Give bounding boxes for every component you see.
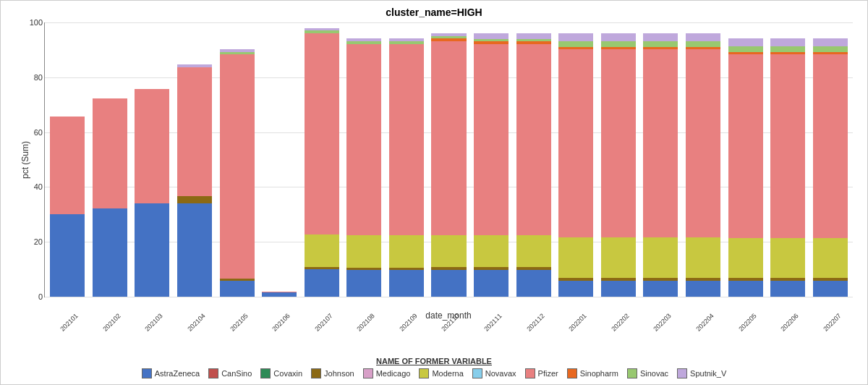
bar-group: 202201 bbox=[555, 22, 597, 297]
x-axis-label: date_month bbox=[44, 310, 853, 321]
bar-segment bbox=[686, 237, 720, 278]
bar-group: 202204 bbox=[682, 22, 725, 297]
bar-stack bbox=[474, 28, 509, 297]
bar-segment bbox=[558, 281, 593, 297]
legend-item: AstraZeneca bbox=[142, 368, 200, 378]
legend-item: Sputnik_V bbox=[677, 368, 726, 378]
bar-stack bbox=[643, 28, 678, 297]
bar-segment bbox=[770, 238, 805, 278]
bar-segment bbox=[686, 281, 720, 297]
legend: NAME OF FORMER VARIABLE AstraZenecaCanSi… bbox=[1, 357, 867, 378]
bar-group: 202104 bbox=[174, 22, 216, 297]
y-tick-label: 80 bbox=[34, 73, 43, 82]
legend-item: Medicago bbox=[363, 368, 411, 378]
bar-segment bbox=[516, 235, 551, 268]
bar-group: 202109 bbox=[386, 22, 428, 297]
bar-stack bbox=[305, 25, 339, 297]
y-tick-label: 40 bbox=[34, 182, 43, 191]
bar-segment bbox=[346, 44, 381, 236]
legend-item: Sinopharm bbox=[567, 368, 618, 378]
bar-stack bbox=[770, 30, 805, 297]
bar-segment bbox=[643, 281, 678, 297]
bar-segment bbox=[177, 196, 212, 203]
bar-segment bbox=[813, 38, 848, 46]
bar-stack bbox=[177, 44, 212, 297]
bar-segment bbox=[686, 41, 720, 46]
bar-segment bbox=[50, 117, 85, 214]
legend-item: Sinovac bbox=[627, 368, 668, 378]
chart-container: cluster_name=HIGH pct (Sum) 202101202102… bbox=[0, 0, 868, 385]
bar-segment bbox=[431, 235, 466, 268]
bar-group: 202103 bbox=[131, 22, 174, 297]
legend-label: Moderna bbox=[432, 369, 463, 378]
bar-segment bbox=[220, 281, 255, 297]
bar-segment bbox=[770, 54, 805, 238]
bar-segment bbox=[305, 269, 339, 297]
legend-swatch bbox=[142, 368, 152, 378]
y-tick-label: 0 bbox=[38, 292, 43, 301]
bar-segment bbox=[643, 33, 678, 41]
bar-segment bbox=[431, 41, 466, 234]
bar-segment bbox=[474, 235, 509, 268]
legend-swatch bbox=[363, 368, 373, 378]
legend-label: Johnson bbox=[324, 369, 354, 378]
bar-stack bbox=[601, 28, 636, 297]
bar-segment bbox=[813, 281, 848, 297]
bar-segment bbox=[305, 234, 339, 267]
legend-swatch bbox=[419, 368, 429, 378]
bar-segment bbox=[813, 54, 848, 238]
bar-segment bbox=[601, 33, 636, 41]
legend-label: AstraZeneca bbox=[155, 369, 200, 378]
bar-group: 202106 bbox=[258, 22, 301, 297]
bar-segment bbox=[389, 235, 424, 267]
bar-segment bbox=[389, 44, 424, 236]
bar-group: 202107 bbox=[300, 22, 343, 297]
legend-swatch bbox=[525, 368, 535, 378]
bar-segment bbox=[813, 46, 848, 51]
bar-stack bbox=[516, 28, 551, 297]
bar-group: 202102 bbox=[89, 22, 132, 297]
bar-segment bbox=[558, 49, 593, 237]
legend-label: Medicago bbox=[376, 369, 411, 378]
legend-item: Johnson bbox=[311, 368, 354, 378]
bar-segment bbox=[770, 38, 805, 46]
bar-stack bbox=[728, 30, 763, 297]
legend-swatch bbox=[260, 368, 271, 378]
legend-item: Novavax bbox=[472, 368, 516, 378]
bar-group: 202105 bbox=[216, 22, 258, 297]
legend-swatch bbox=[627, 368, 637, 378]
bar-segment bbox=[135, 203, 169, 297]
chart-area: 2021012021022021032021042021052021062021… bbox=[44, 22, 853, 297]
bar-segment bbox=[474, 33, 509, 38]
legend-item: CanSino bbox=[208, 368, 252, 378]
bar-group: 202111 bbox=[470, 22, 513, 297]
bar-segment bbox=[770, 46, 805, 51]
chart-title: cluster_name=HIGH bbox=[1, 1, 867, 18]
bar-segment bbox=[346, 235, 381, 267]
bar-stack bbox=[220, 36, 255, 297]
bar-segment bbox=[601, 281, 636, 297]
bar-segment bbox=[770, 281, 805, 297]
bar-stack bbox=[346, 30, 381, 297]
bar-segment bbox=[558, 41, 593, 46]
bar-segment bbox=[558, 237, 593, 278]
bar-segment bbox=[305, 33, 339, 234]
y-tick-label: 60 bbox=[34, 128, 43, 137]
bar-segment bbox=[643, 49, 678, 237]
legend-swatch bbox=[208, 368, 218, 378]
bar-segment bbox=[177, 67, 212, 196]
legend-swatch bbox=[472, 368, 482, 378]
y-tick-label: 20 bbox=[34, 237, 43, 246]
bar-group: 202112 bbox=[512, 22, 555, 297]
bar-stack bbox=[558, 28, 593, 297]
bar-segment bbox=[516, 44, 551, 235]
bar-segment bbox=[262, 292, 297, 297]
bar-segment bbox=[50, 214, 85, 297]
bar-stack bbox=[50, 75, 85, 297]
bar-stack bbox=[813, 30, 848, 297]
bar-group: 202202 bbox=[597, 22, 640, 297]
bar-group: 202108 bbox=[343, 22, 386, 297]
legend-label: Covaxin bbox=[273, 369, 302, 378]
bar-stack bbox=[262, 258, 297, 297]
bar-segment bbox=[558, 33, 593, 41]
